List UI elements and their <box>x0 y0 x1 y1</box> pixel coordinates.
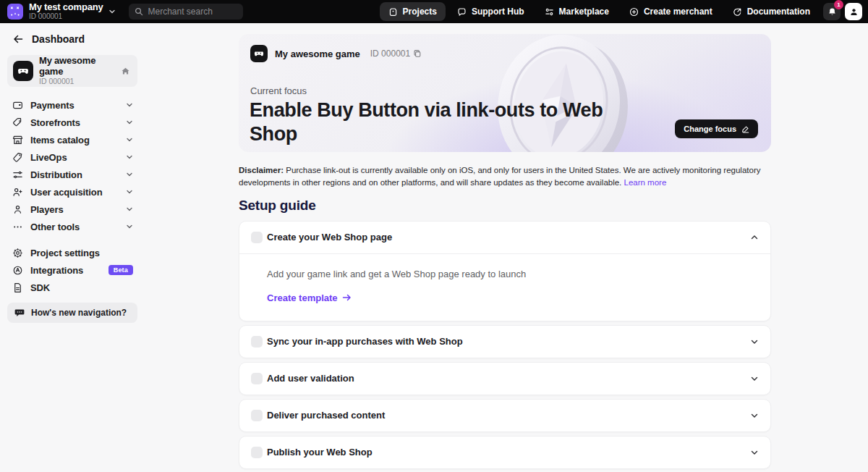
beta-badge: Beta <box>109 265 133 275</box>
back-label: Dashboard <box>32 33 85 45</box>
step-checkbox[interactable] <box>251 410 263 421</box>
step-body: Add your game link and get a Web Shop pa… <box>239 253 770 321</box>
step-checkbox[interactable] <box>251 232 263 243</box>
learn-more-link[interactable]: Learn more <box>624 178 667 187</box>
chevron-down-icon <box>126 136 133 143</box>
account-button[interactable] <box>845 3 862 20</box>
sidebar-item-user-acquisition[interactable]: User acquisition <box>7 183 137 201</box>
step-checkbox[interactable] <box>251 373 263 384</box>
sidebar-navigation: Payments Storefronts Items catalog LiveO… <box>7 96 137 296</box>
sidebar-item-label: Other tools <box>30 222 80 232</box>
disclaimer-bold: Disclaimer: <box>239 166 284 174</box>
sidebar-item-players[interactable]: Players <box>7 201 137 218</box>
change-focus-button[interactable]: Change focus <box>675 119 758 138</box>
chevron-down-icon <box>126 101 133 109</box>
chevron-down-icon[interactable] <box>750 411 759 420</box>
change-focus-label: Change focus <box>684 125 736 133</box>
chat-filled-icon <box>14 308 25 318</box>
nav-label: Documentation <box>747 7 810 17</box>
chevron-down-icon[interactable] <box>750 448 759 457</box>
card-icon <box>12 100 23 111</box>
logo-pattern-icon <box>7 4 23 20</box>
chevron-down-icon[interactable] <box>750 374 759 383</box>
sidebar-item-label: Payments <box>30 100 75 111</box>
arrow-left-icon <box>13 34 23 44</box>
hero-game-id-text: ID 000001 <box>370 49 410 59</box>
nav-documentation[interactable]: Documentation <box>724 2 819 21</box>
step-label: Add user validation <box>267 373 354 384</box>
pencil-icon <box>741 125 749 133</box>
step-header[interactable]: Create your Web Shop page <box>239 222 770 253</box>
search-input[interactable] <box>148 7 237 17</box>
sidebar-item-integrations[interactable]: Integrations Beta <box>7 261 137 279</box>
step-card-create-web-shop: Create your Web Shop page Add your game … <box>239 221 771 321</box>
back-to-dashboard[interactable]: Dashboard <box>7 30 137 48</box>
sidebar-item-label: User acquisition <box>30 187 103 198</box>
sliders-icon <box>12 169 23 180</box>
merchant-search[interactable] <box>129 4 243 20</box>
nav-support-hub[interactable]: Support Hub <box>448 2 533 21</box>
chevron-down-icon <box>126 119 133 126</box>
sidebar-item-payments[interactable]: Payments <box>7 96 137 114</box>
step-label: Create your Web Shop page <box>267 232 392 243</box>
gear-icon <box>12 248 23 258</box>
sidebar-item-items-catalog[interactable]: Items catalog <box>7 131 137 148</box>
nav-projects[interactable]: Projects <box>380 2 446 21</box>
company-logo-icon[interactable] <box>7 4 23 20</box>
notifications-button[interactable]: 1 <box>823 3 841 20</box>
sidebar-divider-gap <box>7 235 137 244</box>
disclaimer-body: Purchase link-out is currently available… <box>239 166 760 187</box>
notification-count-badge: 1 <box>834 0 843 9</box>
sidebar-item-storefronts[interactable]: Storefronts <box>7 114 137 131</box>
tag-icon <box>12 117 23 128</box>
chevron-down-icon[interactable] <box>109 8 116 15</box>
step-description: Add your game link and get a Web Shop pa… <box>267 269 759 279</box>
current-project-card[interactable]: My awesome game ID 000001 <box>7 55 137 87</box>
company-switcher[interactable]: My test company ID 000001 <box>29 2 103 20</box>
nav-create-merchant[interactable]: Create merchant <box>621 2 721 21</box>
step-card-user-validation: Add user validation <box>239 362 771 395</box>
nav-marketplace[interactable]: Marketplace <box>536 2 618 21</box>
main-content: My awesome game ID 000001 Current focus … <box>239 23 771 472</box>
whats-new-navigation[interactable]: How's new navigation? <box>7 303 137 323</box>
chevron-down-icon <box>126 171 133 178</box>
sidebar-item-liveops[interactable]: LiveOps <box>7 148 137 166</box>
hero-game-header: My awesome game ID 000001 <box>250 45 422 62</box>
projects-icon <box>388 7 398 17</box>
create-template-link[interactable]: Create template <box>267 292 352 303</box>
sidebar-item-project-settings[interactable]: Project settings <box>7 244 137 261</box>
nav-label: Projects <box>403 7 437 17</box>
chevron-down-icon <box>126 223 133 230</box>
step-header[interactable]: Add user validation <box>239 363 770 395</box>
step-label: Deliver purchased content <box>267 410 385 421</box>
home-icon[interactable] <box>121 67 130 76</box>
chevron-up-icon[interactable] <box>750 233 759 242</box>
step-header[interactable]: Deliver purchased content <box>239 400 770 431</box>
step-header[interactable]: Sync your in-app purchases with Web Shop <box>239 326 770 358</box>
project-meta: My awesome game ID 000001 <box>39 56 115 85</box>
sidebar-item-label: Players <box>30 204 64 215</box>
focus-title: Enable Buy Button via link-outs to Web S… <box>250 98 655 146</box>
company-name: My test company <box>29 2 103 12</box>
step-checkbox[interactable] <box>251 447 263 458</box>
sidebar-item-other-tools[interactable]: Other tools <box>7 218 137 235</box>
sidebar-item-label: Integrations <box>30 265 83 276</box>
step-card-publish-web-shop: Publish your Web Shop <box>239 436 771 469</box>
storefront-icon <box>12 135 23 146</box>
sidebar-item-label: Distribution <box>30 169 82 180</box>
chevron-down-icon[interactable] <box>750 337 759 346</box>
create-template-label: Create template <box>267 292 338 303</box>
step-card-deliver-content: Deliver purchased content <box>239 399 771 432</box>
user-plus-icon <box>12 187 23 198</box>
integration-icon <box>12 265 23 276</box>
step-header[interactable]: Publish your Web Shop <box>239 437 770 468</box>
arrow-right-icon <box>342 293 352 302</box>
step-label: Sync your in-app purchases with Web Shop <box>267 336 463 347</box>
sidebar-item-sdk[interactable]: SDK <box>7 279 137 296</box>
dots-icon <box>12 222 23 232</box>
gamepad-icon <box>250 45 268 62</box>
sidebar-item-distribution[interactable]: Distribution <box>7 166 137 183</box>
sidebar-item-label: Items catalog <box>30 135 90 146</box>
step-checkbox[interactable] <box>251 336 263 347</box>
copy-icon[interactable] <box>413 49 422 58</box>
